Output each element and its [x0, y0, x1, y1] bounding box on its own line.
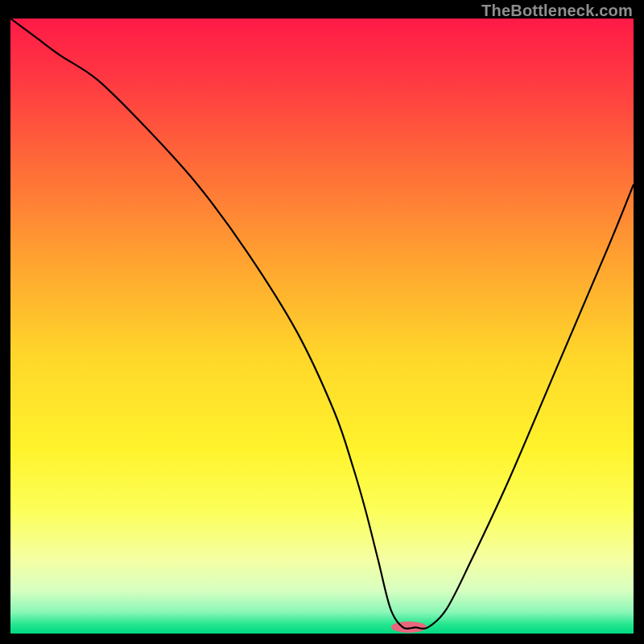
gradient-bg	[10, 19, 634, 634]
watermark-text: TheBottleneck.com	[481, 2, 633, 20]
plot-area	[10, 19, 634, 634]
optimal-marker	[391, 621, 427, 633]
chart-svg	[10, 19, 634, 634]
chart-frame: TheBottleneck.com	[0, 0, 644, 644]
